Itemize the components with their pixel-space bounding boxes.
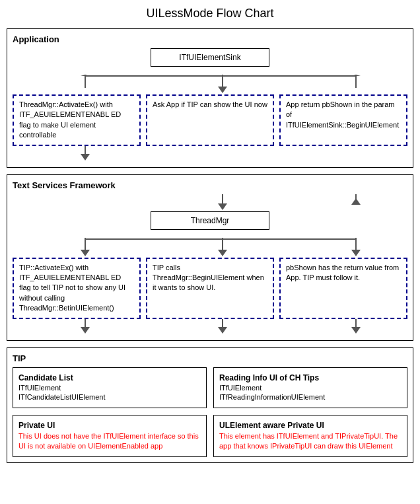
svg-marker-10 bbox=[218, 203, 227, 210]
app-dashed-box-3: App return pbShown in the param of ITfUI… bbox=[279, 94, 407, 146]
private-ui-red-text: This UI does not have the ITfUIElement i… bbox=[18, 431, 201, 452]
private-ui-box: Private UI This UI does not have the ITf… bbox=[13, 415, 207, 458]
itf-ui-element-sink-box: ITfUIElementSink bbox=[151, 48, 269, 67]
app-bottom-arrows-svg bbox=[13, 146, 407, 162]
page-title: UILessMode Flow Chart bbox=[7, 7, 413, 20]
tsf-dashed-box-2: TIP calls ThreadMgr::BeginUIElement when… bbox=[146, 258, 274, 319]
reading-info-sub2: ITfReadingInformationUIElement bbox=[219, 393, 402, 401]
svg-marker-24 bbox=[218, 327, 227, 334]
app-dashed-boxes: ThreadMgr::ActivateEx() with ITF_AEUIELE… bbox=[13, 94, 407, 146]
candidate-list-sub1: ITfUIElement bbox=[18, 384, 201, 392]
svg-marker-19 bbox=[351, 250, 361, 256]
tsf-mid-arrows bbox=[13, 238, 407, 258]
reading-info-title: Reading Info UI of CH Tips bbox=[219, 373, 402, 382]
app-dashed-box-1: ThreadMgr::ActivateEx() with ITF_AEUIELE… bbox=[13, 94, 141, 146]
tsf-dashed-box-1: TIP::ActivateEx() with ITF_AEUIELEMENTEN… bbox=[13, 258, 141, 319]
ul-element-red-text: This element has ITfUIElement and TIPriv… bbox=[219, 431, 402, 452]
svg-marker-1 bbox=[218, 87, 227, 93]
app-arrows-svg bbox=[13, 75, 407, 94]
tsf-dashed-box-3: pbShown has the return value from App. T… bbox=[279, 258, 407, 319]
application-section: Application ITfUIElementSink ThreadMgr::… bbox=[7, 28, 413, 168]
tip-label: TIP bbox=[13, 353, 407, 363]
tip-section: TIP Candidate List ITfUIElement ITfCandi… bbox=[7, 347, 413, 464]
svg-marker-8 bbox=[81, 154, 90, 161]
tip-grid: Candidate List ITfUIElement ITfCandidate… bbox=[13, 367, 407, 458]
reading-info-box: Reading Info UI of CH Tips ITfUIElement … bbox=[213, 367, 407, 408]
threadmgr-box: ThreadMgr bbox=[151, 211, 269, 230]
application-label: Application bbox=[13, 34, 407, 44]
private-ui-title: Private UI bbox=[18, 421, 201, 430]
svg-marker-26 bbox=[351, 327, 361, 334]
svg-marker-17 bbox=[218, 250, 227, 256]
ul-element-title: ULElement aware Private UI bbox=[219, 421, 402, 430]
reading-info-sub1: ITfUIElement bbox=[219, 384, 402, 392]
tsf-label: Text Services Framework bbox=[13, 180, 407, 190]
svg-marker-13 bbox=[351, 198, 361, 205]
candidate-list-sub2: ITfCandidateListUIElement bbox=[18, 393, 201, 401]
ul-element-box: ULElement aware Private UI This element … bbox=[213, 415, 407, 458]
candidate-list-box: Candidate List ITfUIElement ITfCandidate… bbox=[13, 367, 207, 408]
svg-marker-22 bbox=[81, 327, 90, 334]
tsf-dashed-boxes: TIP::ActivateEx() with ITF_AEUIELEMENTEN… bbox=[13, 258, 407, 319]
svg-marker-15 bbox=[81, 250, 90, 256]
tsf-bottom-arrows bbox=[13, 319, 407, 335]
tsf-top-arrows bbox=[13, 194, 407, 211]
candidate-list-title: Candidate List bbox=[18, 373, 201, 382]
app-dashed-box-2: Ask App if TIP can show the UI now bbox=[146, 94, 274, 146]
tsf-section: Text Services Framework ThreadMgr TIP::A… bbox=[7, 174, 413, 341]
